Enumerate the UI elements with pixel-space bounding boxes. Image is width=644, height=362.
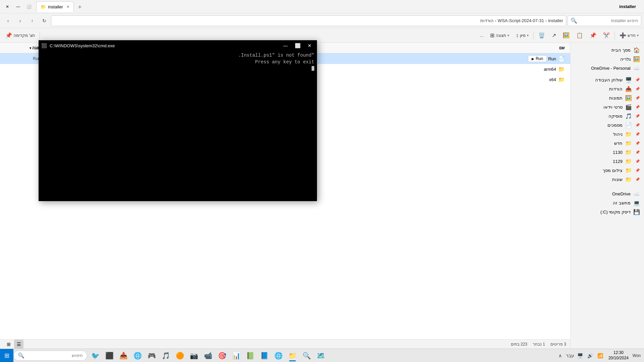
delete-button[interactable]: 🗑️ (536, 30, 548, 41)
sort-label: מיון (520, 33, 526, 38)
new-button[interactable]: ➕ חדש ▾ (617, 30, 641, 41)
home-icon: 🏠 (633, 47, 640, 53)
folder-arm64-icon: 📁 (558, 66, 565, 72)
cmd-close-button[interactable]: ✕ (305, 41, 314, 50)
taskbar-app-maps[interactable]: 🗺️ (314, 349, 327, 362)
desktop-icon: 🖥️ (625, 77, 632, 83)
sidebar-item-home[interactable]: 🏠 מסך הבית (571, 46, 644, 55)
taskbar-clock[interactable]: 12:30 20/10/2024 (606, 350, 631, 361)
minimize-button[interactable]: — (13, 2, 23, 11)
display-icon[interactable]: 🖥️ (576, 349, 585, 362)
start-button[interactable]: ⊞ (0, 349, 13, 362)
pin-indicator-icon12: 📌 (635, 177, 640, 182)
status-bar: 3 פריטים 1 נבחר 223 בתים ☰ ⊞ (0, 339, 570, 349)
taskbar-app-files[interactable]: 📁 (286, 349, 299, 362)
nav-forward-button[interactable]: › (15, 15, 25, 26)
run-button[interactable]: Run ▶ (528, 55, 547, 62)
documents-icon: 📄 (625, 122, 632, 128)
file-size: 223 בתים (511, 342, 527, 347)
nav-up-button[interactable]: ↑ (27, 15, 38, 26)
taskbar-app-search[interactable]: 🔍 (300, 349, 313, 362)
lang-text: עבר (566, 353, 574, 358)
sidebar-item-videos[interactable]: 📌 🎬 סרטי וידאו (571, 103, 644, 112)
taskbar-app-unknown[interactable]: 🎯 (215, 349, 229, 362)
search-input[interactable] (579, 18, 638, 23)
tab-installer[interactable]: 📁 installer ✕ (36, 1, 74, 12)
taskbar-app-orange[interactable]: 🟠 (173, 349, 186, 362)
taskbar-app-chrome[interactable]: 🌐 (272, 349, 285, 362)
taskbar-app-photos[interactable]: 📷 (187, 349, 201, 362)
taskbar-app-game[interactable]: 🎮 (145, 349, 158, 362)
breadcrumb-part-2[interactable]: WSA-Script-2024-07-31 (498, 18, 544, 23)
sidebar-item-misc[interactable]: 📌 📁 שונות (571, 175, 644, 184)
col-header-type[interactable]: תוגה ▾ (3, 44, 43, 52)
nav-refresh-button[interactable]: ↻ (39, 15, 50, 26)
view-icon: ⊞ (490, 32, 494, 39)
sidebar-item-1130[interactable]: 📌 📁 1130 (571, 148, 644, 157)
sidebar-item-gallery[interactable]: 🖼️ גלריה (571, 55, 644, 64)
pin-indicator-icon4: 📌 (635, 105, 640, 109)
image-button[interactable]: 🖼️ (560, 30, 572, 41)
nav-back-button[interactable]: ‹ (3, 15, 13, 26)
new-tab-button[interactable]: ＋ (75, 2, 85, 11)
close-button[interactable]: ✕ (3, 2, 12, 11)
wifi-icon[interactable]: 📶 (596, 349, 605, 362)
taskbar-app-word[interactable]: 📘 (258, 349, 271, 362)
show-hidden-icons-button[interactable]: ∧ (555, 349, 565, 362)
sidebar-item-onedrive[interactable]: ☁️ OneDrive - Personal (571, 64, 644, 73)
notification-button[interactable]: Won (632, 349, 641, 362)
file-run-icon: 📄 (558, 56, 565, 62)
file-type-arm64 (3, 68, 43, 71)
search-box[interactable]: 🔍 (568, 15, 641, 26)
address-box[interactable]: הורדות › WSA-Script-2024-07-31 › install… (51, 15, 566, 26)
cut-button[interactable]: ✂️ (600, 30, 612, 41)
sidebar-item-screenshot[interactable]: 📌 📁 צילום מסך (571, 166, 644, 175)
taskbar-app-browser[interactable]: 🌐 (131, 349, 144, 362)
sidebar-item-music[interactable]: 📌 🎵 מוסיקה (571, 112, 644, 121)
sort-arrow-icon: ▾ (30, 46, 31, 50)
sort-button[interactable]: ↕ מיון ▾ (513, 30, 531, 41)
taskbar-search-input[interactable] (26, 353, 83, 358)
copy-button[interactable]: 📋 (574, 30, 586, 41)
sidebar-item-documents[interactable]: 📌 📄 מסמכים (571, 121, 644, 130)
sidebar-item-onedrive2[interactable]: ☁️ OneDrive (571, 189, 644, 198)
sidebar-item-this-pc[interactable]: 💻 מחשב זה (571, 198, 644, 207)
taskbar-app-downloader[interactable]: 📥 (117, 349, 130, 362)
volume-icon[interactable]: 🔊 (586, 349, 595, 362)
paste-button[interactable]: 📌 (587, 30, 599, 41)
sidebar-item-pictures[interactable]: 📌 🖼️ תמונות (571, 94, 644, 103)
pin-indicator-icon5: 📌 (635, 114, 640, 118)
selected-count: 1 נבחר (533, 342, 545, 347)
pin-indicator-icon7: 📌 (635, 132, 640, 136)
taskbar-app-media[interactable]: 📹 (201, 349, 215, 362)
taskbar-app-angry-birds[interactable]: 🐦 (89, 349, 102, 362)
sidebar-item-1129[interactable]: 📌 📁 1129 (571, 157, 644, 166)
taskbar-app-terminal[interactable]: ⬛ (103, 349, 116, 362)
language-indicator[interactable]: עבר (566, 349, 575, 362)
more-options-button[interactable]: ... (477, 30, 486, 41)
maximize-button[interactable]: ⬜ (24, 2, 34, 11)
sidebar-documents-label: מסמכים (607, 123, 623, 128)
breadcrumb-part-3[interactable]: installer (548, 18, 563, 23)
breadcrumb-part-1[interactable]: הורדות (480, 18, 494, 23)
cmd-minimize-button[interactable]: — (281, 41, 290, 50)
cmd-maximize-button[interactable]: ⬜ (293, 41, 302, 50)
sidebar-item-desktop[interactable]: 📌 🖥️ שולחן העבודה (571, 75, 644, 84)
sidebar-item-local-disk[interactable]: 💾 דיסק מקומי (C:) (571, 207, 644, 217)
taskbar-search-bar[interactable]: 🔍 (13, 351, 87, 361)
sidebar-item-new[interactable]: 📌 📁 חדש (571, 139, 644, 148)
taskbar-app-excel[interactable]: 📗 (244, 349, 257, 362)
grid-view-button[interactable]: ⊞ (4, 340, 13, 349)
management-icon: 📁 (625, 131, 632, 137)
list-view-button[interactable]: ☰ (14, 340, 23, 349)
sidebar-item-management[interactable]: 📌 📁 ניהול (571, 130, 644, 139)
tab-close-icon[interactable]: ✕ (66, 5, 69, 9)
sidebar-item-downloads[interactable]: 📌 📥 הורדות (571, 84, 644, 94)
pin-preview-button[interactable]: 📌 תצ' מקדימה (3, 30, 38, 41)
sort-icon: ↕ (516, 33, 519, 39)
taskbar-app-music[interactable]: 🎵 (159, 349, 172, 362)
view-button[interactable]: ⊞ תצוגה ▾ (487, 30, 512, 41)
pin-indicator-icon9: 📌 (635, 150, 640, 155)
taskbar-app-powerpoint[interactable]: 📊 (229, 349, 243, 362)
share-button[interactable]: ↗ (549, 30, 559, 41)
